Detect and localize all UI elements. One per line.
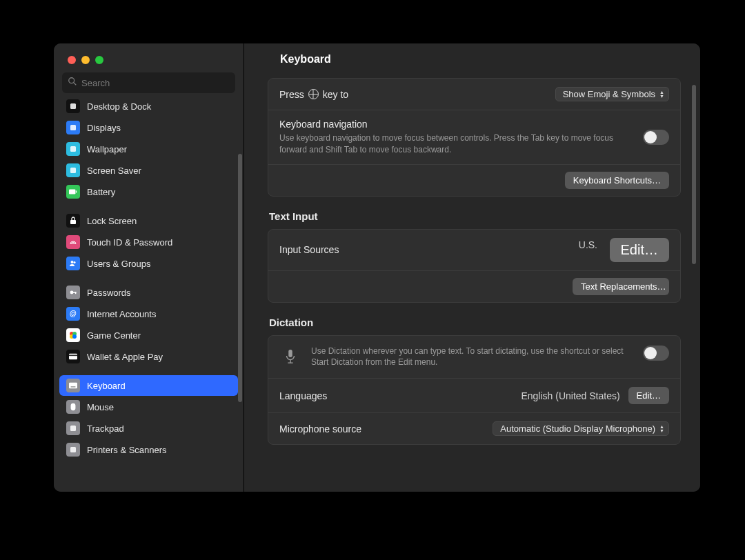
sidebar-item-lock-screen[interactable]: Lock Screen bbox=[59, 210, 238, 231]
svg-text:@: @ bbox=[70, 310, 77, 317]
content-scrollbar[interactable] bbox=[692, 85, 696, 264]
text-replacements-button[interactable]: Text Replacements… bbox=[573, 278, 669, 295]
sidebar-scrollbar[interactable] bbox=[238, 154, 242, 402]
sidebar-item-internet-accounts[interactable]: @Internet Accounts bbox=[59, 303, 238, 324]
press-key-select[interactable]: Show Emoji & Symbols ▲▼ bbox=[555, 87, 669, 101]
svg-rect-3 bbox=[70, 125, 76, 130]
sidebar-item-wallpaper[interactable]: Wallpaper bbox=[59, 139, 238, 159]
keyboard-navigation-desc: Use keyboard navigation to move focus be… bbox=[279, 132, 632, 156]
settings-window: Desktop & DockDisplaysWallpaperScreen Sa… bbox=[54, 43, 700, 492]
sidebar-item-wallet-apple-pay[interactable]: Wallet & Apple Pay bbox=[59, 346, 238, 367]
sidebar-item-mouse[interactable]: Mouse bbox=[59, 397, 238, 417]
sidebar-item-users-groups[interactable]: Users & Groups bbox=[59, 253, 238, 274]
titlebar: Keyboard bbox=[244, 43, 700, 72]
dictation-toggle[interactable] bbox=[643, 346, 669, 361]
svg-rect-20 bbox=[69, 354, 77, 356]
sidebar-icon bbox=[66, 286, 80, 299]
sidebar-item-game-center[interactable]: Game Center bbox=[59, 325, 238, 346]
input-sources-label: Input Sources bbox=[279, 244, 339, 255]
svg-point-9 bbox=[71, 261, 74, 263]
svg-rect-26 bbox=[288, 350, 292, 357]
svg-rect-5 bbox=[70, 168, 76, 173]
press-key-label: Press key to bbox=[279, 89, 348, 100]
svg-line-1 bbox=[74, 83, 77, 86]
sidebar-item-label: Desktop & Dock bbox=[87, 101, 151, 112]
search-input[interactable] bbox=[81, 78, 230, 88]
microphone-source-row: Microphone source Automatic (Studio Disp… bbox=[268, 413, 680, 444]
sidebar-item-label: Game Center bbox=[87, 330, 141, 341]
svg-rect-13 bbox=[75, 292, 76, 294]
microphone-icon bbox=[279, 346, 301, 368]
sidebar-icon bbox=[66, 328, 80, 342]
main-panel: Keyboard Press key to Show Emoji & Symbo… bbox=[244, 43, 700, 492]
page-title: Keyboard bbox=[280, 53, 331, 66]
svg-rect-4 bbox=[70, 146, 76, 152]
press-key-value: Show Emoji & Symbols bbox=[563, 89, 655, 99]
sidebar-item-label: Internet Accounts bbox=[87, 309, 156, 319]
sidebar-icon bbox=[66, 421, 80, 435]
globe-icon bbox=[308, 89, 319, 99]
sidebar-icon bbox=[66, 121, 80, 134]
microphone-source-value: Automatic (Studio Display Microphone) bbox=[500, 423, 655, 434]
svg-rect-21 bbox=[69, 383, 77, 389]
languages-label: Languages bbox=[279, 390, 327, 401]
svg-rect-6 bbox=[69, 190, 75, 194]
sidebar-item-desktop-dock[interactable]: Desktop & Dock bbox=[59, 96, 238, 117]
sidebar-list[interactable]: Desktop & DockDisplaysWallpaperScreen Sa… bbox=[54, 88, 244, 492]
close-window-button[interactable] bbox=[68, 56, 76, 64]
sidebar-item-trackpad[interactable]: Trackpad bbox=[59, 418, 238, 439]
languages-edit-button[interactable]: Edit… bbox=[628, 387, 669, 404]
sidebar-icon: @ bbox=[66, 307, 80, 321]
svg-point-18 bbox=[72, 334, 77, 339]
window-controls bbox=[54, 43, 244, 72]
sidebar-item-keyboard[interactable]: Keyboard bbox=[59, 375, 238, 396]
dictation-desc: Use Dictation wherever you can type text… bbox=[311, 346, 633, 369]
sidebar-item-label: Keyboard bbox=[87, 381, 126, 391]
languages-row: Languages English (United States) Edit… bbox=[268, 379, 680, 413]
sidebar-item-touch-id-password[interactable]: Touch ID & Password bbox=[59, 232, 238, 252]
sidebar-item-label: Lock Screen bbox=[87, 216, 137, 226]
content-area: Press key to Show Emoji & Symbols ▲▼ Key… bbox=[244, 72, 700, 492]
sidebar-item-label: Printers & Scanners bbox=[87, 445, 167, 455]
input-sources-edit-button[interactable]: Edit… bbox=[610, 238, 669, 262]
sidebar-item-label: Passwords bbox=[87, 288, 131, 298]
input-sources-value: U.S. bbox=[579, 239, 597, 250]
keyboard-navigation-toggle[interactable] bbox=[643, 130, 669, 145]
sidebar-icon bbox=[66, 257, 80, 270]
sidebar-item-screen-saver[interactable]: Screen Saver bbox=[59, 160, 238, 181]
svg-rect-8 bbox=[70, 220, 76, 224]
dictation-toggle-row: Use Dictation wherever you can type text… bbox=[268, 336, 680, 379]
sidebar-icon bbox=[66, 379, 80, 392]
svg-rect-25 bbox=[70, 447, 76, 452]
keyboard-navigation-label: Keyboard navigation bbox=[279, 119, 632, 130]
sidebar-item-label: Wallet & Apple Pay bbox=[87, 352, 163, 362]
sidebar-icon bbox=[66, 163, 80, 177]
sidebar-icon bbox=[66, 214, 80, 228]
text-input-heading: Text Input bbox=[269, 210, 679, 222]
sidebar-icon bbox=[66, 350, 80, 363]
svg-rect-2 bbox=[70, 103, 76, 109]
dictation-panel: Use Dictation wherever you can type text… bbox=[268, 335, 681, 446]
sidebar-item-printers-scanners[interactable]: Printers & Scanners bbox=[59, 439, 238, 460]
dictation-heading: Dictation bbox=[269, 317, 679, 328]
sidebar-icon bbox=[66, 400, 80, 414]
sidebar-item-label: Touch ID & Password bbox=[87, 237, 172, 248]
svg-rect-24 bbox=[70, 426, 76, 431]
sidebar-item-label: Mouse bbox=[87, 402, 114, 412]
sidebar-item-label: Displays bbox=[87, 123, 121, 133]
chevron-up-down-icon: ▲▼ bbox=[659, 425, 664, 433]
sidebar-item-battery[interactable]: Battery bbox=[59, 181, 238, 202]
zoom-window-button[interactable] bbox=[95, 56, 103, 64]
sidebar-item-label: Wallpaper bbox=[87, 144, 127, 154]
text-input-panel: Input Sources U.S. Edit… Text Replacemen… bbox=[268, 229, 681, 303]
minimize-window-button[interactable] bbox=[81, 56, 90, 64]
keyboard-shortcuts-button[interactable]: Keyboard Shortcuts… bbox=[565, 172, 669, 189]
microphone-source-select[interactable]: Automatic (Studio Display Microphone) ▲▼ bbox=[493, 421, 669, 436]
svg-point-10 bbox=[73, 261, 75, 263]
press-key-row: Press key to Show Emoji & Symbols ▲▼ bbox=[268, 79, 680, 110]
sidebar-icon bbox=[66, 142, 80, 156]
languages-value: English (United States) bbox=[521, 390, 619, 401]
sidebar-item-passwords[interactable]: Passwords bbox=[59, 282, 238, 303]
sidebar-item-displays[interactable]: Displays bbox=[59, 117, 238, 138]
sidebar-icon bbox=[66, 185, 80, 199]
